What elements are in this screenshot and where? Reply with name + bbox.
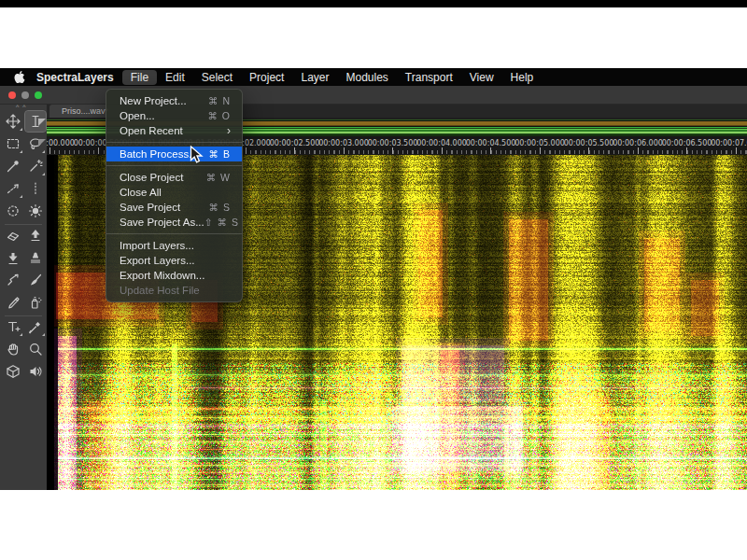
amplify-tool[interactable] [25, 225, 46, 245]
3d-display-tool[interactable] [3, 361, 23, 382]
brush-tool[interactable] [25, 270, 46, 290]
menu-item-batch-process[interactable]: Batch Process...⌘ B [106, 147, 242, 161]
hand-tool[interactable] [3, 339, 23, 359]
menu-item-import-layers[interactable]: Import Layers... [106, 238, 242, 253]
rectangle-selection-tool[interactable] [3, 133, 23, 154]
glow-circle-icon [28, 203, 43, 218]
pencil-tool[interactable] [3, 292, 23, 313]
flyout-indicator-icon [20, 128, 22, 131]
spray-tool[interactable] [25, 292, 46, 313]
dropper-tool[interactable] [25, 316, 46, 337]
brush-select-icon [6, 159, 21, 174]
ruler-corner-handle[interactable] [38, 139, 46, 147]
ruler-time-label: 00:00:05.000 [514, 139, 565, 147]
submenu-chevron-icon: › [227, 124, 231, 137]
menu-item-label: Open... [120, 108, 155, 123]
menu-item-label: Export Mixdown... [120, 268, 204, 283]
menubar-item-project[interactable]: Project [241, 70, 292, 85]
menu-item-label: Update Host File [120, 283, 200, 298]
system-menu-bar: SpectraLayers FileEditSelectProjectLayer… [0, 68, 747, 86]
menu-item-label: Export Layers... [120, 253, 195, 268]
menu-item-new-project[interactable]: New Project...⌘ N [106, 93, 242, 108]
ruler-time-label: 00:00:06.500 [662, 139, 712, 147]
hand-icon [6, 342, 21, 357]
file-dropdown-menu: New Project...⌘ NOpen...⌘ OOpen Recent›B… [106, 89, 243, 302]
menu-bar-items: FileEditSelectProjectLayerModulesTranspo… [122, 70, 543, 85]
toolbar-collapse-icon[interactable]: ^ ^ [16, 104, 27, 110]
menu-item-shortcut: ⌘ O [207, 108, 231, 123]
menu-item-label: Import Layers... [120, 238, 194, 253]
menu-item-label: Batch Process... [120, 147, 198, 161]
eraser-icon [6, 228, 21, 243]
magic-wand-tool[interactable] [25, 156, 46, 176]
brush-selection-tool[interactable] [3, 156, 23, 176]
menubar-item-layer[interactable]: Layer [292, 70, 337, 85]
brush-icon [28, 273, 43, 287]
menu-item-close-all[interactable]: Close All [106, 185, 242, 200]
zoom-tool[interactable] [25, 339, 46, 359]
ruler-time-label: 00:00:00.000 [47, 139, 75, 147]
menu-item-shortcut: ⇧ ⌘ S [204, 215, 239, 230]
heal-tool[interactable] [3, 270, 23, 290]
magic-wand-icon [28, 159, 43, 174]
ruler-time-label: 00:00:03.000 [318, 139, 369, 147]
frequency-selection-tool[interactable] [25, 201, 46, 221]
attenuate-tool[interactable] [3, 247, 23, 268]
menubar-item-edit[interactable]: Edit [157, 70, 193, 85]
flyout-indicator-icon [20, 150, 22, 153]
transient-selection-tool[interactable] [25, 178, 46, 199]
menu-item-export-layers[interactable]: Export Layers... [106, 253, 242, 268]
menubar-item-transport[interactable]: Transport [397, 70, 461, 85]
menu-item-update-host-file: Update Host File [106, 283, 242, 298]
menu-item-open[interactable]: Open...⌘ O [106, 108, 242, 123]
letterbox-strip [0, 0, 747, 7]
flyout-indicator-icon [42, 333, 45, 336]
menubar-item-file[interactable]: File [122, 70, 157, 85]
menu-item-label: Save Project As... [120, 215, 204, 230]
menu-item-export-mixdown[interactable]: Export Mixdown... [106, 268, 242, 283]
menu-item-shortcut: ⌘ W [206, 170, 231, 185]
clone-stamp-icon [28, 250, 43, 265]
menu-item-label: Save Project [120, 200, 180, 215]
ruler-time-label: 00:00:07.000 [711, 139, 747, 147]
mouse-cursor [190, 146, 204, 164]
speaker-icon [28, 364, 43, 379]
zoom-icon [28, 342, 43, 357]
area-selection-tool[interactable] [3, 201, 23, 221]
marquee-icon [6, 136, 21, 151]
flyout-indicator-icon [20, 333, 22, 336]
dropper-icon [28, 319, 43, 334]
menu-item-save-project[interactable]: Save Project⌘ S [106, 200, 242, 215]
clone-stamp-tool[interactable] [25, 247, 46, 268]
minimize-window-button[interactable] [21, 91, 29, 99]
text-tool[interactable] [3, 316, 23, 337]
menubar-item-help[interactable]: Help [502, 70, 543, 85]
app-name: SpectraLayers [28, 70, 122, 85]
dashed-line-icon [6, 181, 21, 196]
menubar-item-modules[interactable]: Modules [338, 70, 397, 85]
transform-tool[interactable] [3, 111, 23, 132]
harmonics-selection-tool[interactable] [3, 178, 23, 199]
flyout-indicator-icon [42, 150, 45, 153]
ruler-time-label: 00:00:06.000 [613, 139, 663, 147]
attenuate-icon [6, 250, 21, 265]
menu-item-shortcut: ⌘ S [209, 200, 231, 215]
ruler-time-label: 00:00:03.500 [368, 139, 418, 147]
tool-palette: ^ ^ [0, 105, 47, 490]
zoom-window-button[interactable] [35, 91, 42, 99]
menubar-item-view[interactable]: View [461, 70, 502, 85]
apple-logo-icon[interactable] [13, 70, 25, 84]
menu-item-close-project[interactable]: Close Project⌘ W [106, 170, 242, 185]
move-icon [6, 114, 21, 129]
menu-item-shortcut: ⌘ N [208, 93, 231, 108]
playback-tool[interactable] [25, 361, 46, 382]
spray-icon [28, 295, 43, 310]
close-window-button[interactable] [8, 91, 16, 99]
heal-icon [6, 273, 21, 287]
overview-corner-handle[interactable] [38, 119, 46, 126]
ruler-time-label: 00:00:04.500 [466, 139, 516, 147]
menu-item-save-project-as[interactable]: Save Project As...⇧ ⌘ S [106, 215, 242, 230]
eraser-tool[interactable] [3, 225, 23, 245]
menubar-item-select[interactable]: Select [193, 70, 241, 85]
menu-item-open-recent[interactable]: Open Recent› [106, 123, 242, 138]
